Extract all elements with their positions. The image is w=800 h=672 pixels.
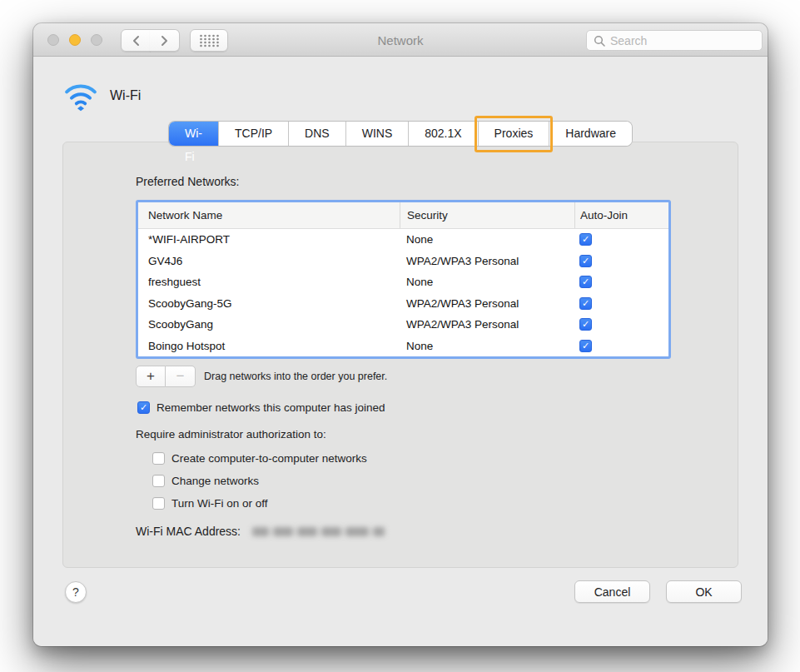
network-name-cell: ScoobyGang-5G — [138, 297, 400, 310]
auto-join-cell — [574, 318, 668, 331]
tab-hardware[interactable]: Hardware — [549, 122, 632, 146]
table-row[interactable]: freshguestNone — [138, 271, 668, 293]
admin-option-row: Create computer-to-computer networks — [152, 452, 367, 465]
column-header-auto-join[interactable]: Auto-Join — [574, 202, 668, 228]
tab-tcp-ip[interactable]: TCP/IP — [219, 122, 289, 146]
auto-join-cell — [574, 255, 668, 267]
tab-proxies[interactable]: Proxies — [479, 122, 550, 146]
auto-join-checkbox[interactable] — [579, 255, 592, 267]
security-cell: WPA2/WPA3 Personal — [400, 297, 574, 310]
remember-networks-checkbox[interactable] — [137, 401, 150, 414]
preferred-networks-label: Preferred Networks: — [136, 175, 239, 188]
auto-join-checkbox[interactable] — [579, 233, 592, 246]
remember-networks-row: Remember networks this computer has join… — [137, 401, 385, 414]
title-bar: Network — [33, 23, 768, 57]
remember-networks-label: Remember networks this computer has join… — [157, 401, 385, 414]
auto-join-cell — [574, 276, 668, 288]
tab-dns[interactable]: DNS — [289, 122, 346, 146]
table-row[interactable]: ScoobyGang-5GWPA2/WPA3 Personal — [138, 293, 668, 315]
search-icon — [594, 35, 605, 47]
network-preferences-window: Network Wi-Fi Wi-FiTCP/IPDNSWINS802.1XPr… — [33, 23, 768, 646]
tab-802-1x[interactable]: 802.1X — [409, 122, 478, 146]
tab-label: DNS — [305, 127, 330, 140]
admin-option-row: Change networks — [152, 475, 259, 487]
search-input[interactable] — [610, 34, 755, 47]
remove-network-button[interactable]: − — [166, 366, 196, 387]
connection-name: Wi-Fi — [110, 88, 141, 103]
auto-join-checkbox[interactable] — [579, 318, 592, 331]
drag-hint-text: Drag networks into the order you prefer. — [204, 371, 387, 382]
table-row[interactable]: Boingo HotspotNone — [138, 336, 668, 357]
search-field[interactable] — [586, 30, 763, 51]
add-network-button[interactable]: + — [136, 366, 166, 387]
wifi-icon — [62, 78, 99, 112]
mac-address-redacted — [252, 527, 385, 536]
plus-icon: + — [147, 368, 155, 385]
security-cell: WPA2/WPA3 Personal — [400, 318, 574, 331]
mac-address-label: Wi-Fi MAC Address: — [136, 525, 241, 538]
tab-label: Proxies — [494, 127, 534, 140]
network-name-cell: GV4J6 — [138, 255, 400, 267]
security-cell: None — [400, 233, 574, 246]
mac-address-row: Wi-Fi MAC Address: — [136, 525, 385, 538]
table-row[interactable]: GV4J6WPA2/WPA3 Personal — [138, 251, 668, 272]
auto-join-checkbox[interactable] — [579, 297, 592, 310]
admin-option-checkbox[interactable] — [152, 497, 165, 510]
auto-join-cell — [574, 340, 668, 352]
tab-label: Hardware — [565, 127, 616, 140]
ok-button[interactable]: OK — [666, 580, 742, 603]
tab-wins[interactable]: WINS — [346, 122, 410, 146]
admin-option-label: Change networks — [171, 475, 259, 487]
network-table-body: *WIFI-AIRPORTNoneGV4J6WPA2/WPA3 Personal… — [138, 229, 668, 356]
table-row[interactable]: *WIFI-AIRPORTNone — [138, 229, 668, 251]
security-cell: None — [400, 276, 574, 288]
admin-option-row: Turn Wi-Fi on or off — [152, 497, 268, 510]
help-button[interactable]: ? — [65, 581, 87, 603]
column-header-network-name[interactable]: Network Name — [138, 202, 400, 228]
table-row[interactable]: ScoobyGangWPA2/WPA3 Personal — [138, 314, 668, 336]
tab-label: 802.1X — [425, 127, 461, 140]
network-name-cell: freshguest — [138, 276, 400, 288]
network-list-actions: + − — [136, 366, 196, 387]
network-name-cell: ScoobyGang — [138, 318, 400, 331]
security-cell: WPA2/WPA3 Personal — [400, 255, 574, 267]
admin-option-label: Turn Wi-Fi on or off — [171, 497, 268, 510]
tab-wi-fi[interactable]: Wi-Fi — [169, 122, 219, 146]
admin-authorization-label: Require administrator authorization to: — [136, 428, 326, 441]
question-mark-icon: ? — [72, 585, 79, 599]
admin-option-checkbox[interactable] — [152, 475, 165, 487]
tab-label: WINS — [362, 127, 393, 140]
preferred-networks-table: Network Name Security Auto-Join *WIFI-AI… — [136, 200, 671, 359]
auto-join-cell — [574, 297, 668, 310]
network-name-cell: *WIFI-AIRPORT — [138, 233, 400, 246]
tab-bar: Wi-FiTCP/IPDNSWINS802.1XProxiesHardware — [169, 122, 632, 146]
content-area: Wi-Fi Wi-FiTCP/IPDNSWINS802.1XProxiesHar… — [33, 57, 768, 646]
auto-join-checkbox[interactable] — [579, 340, 592, 352]
admin-option-label: Create computer-to-computer networks — [171, 452, 367, 465]
table-header: Network Name Security Auto-Join — [138, 202, 668, 229]
column-header-security[interactable]: Security — [400, 202, 574, 228]
minus-icon: − — [176, 368, 185, 385]
tab-label: TCP/IP — [235, 127, 272, 140]
admin-option-checkbox[interactable] — [152, 452, 165, 465]
cancel-button[interactable]: Cancel — [574, 580, 650, 603]
auto-join-checkbox[interactable] — [579, 276, 592, 288]
network-name-cell: Boingo Hotspot — [138, 340, 400, 352]
security-cell: None — [400, 340, 574, 352]
auto-join-cell — [574, 233, 668, 246]
